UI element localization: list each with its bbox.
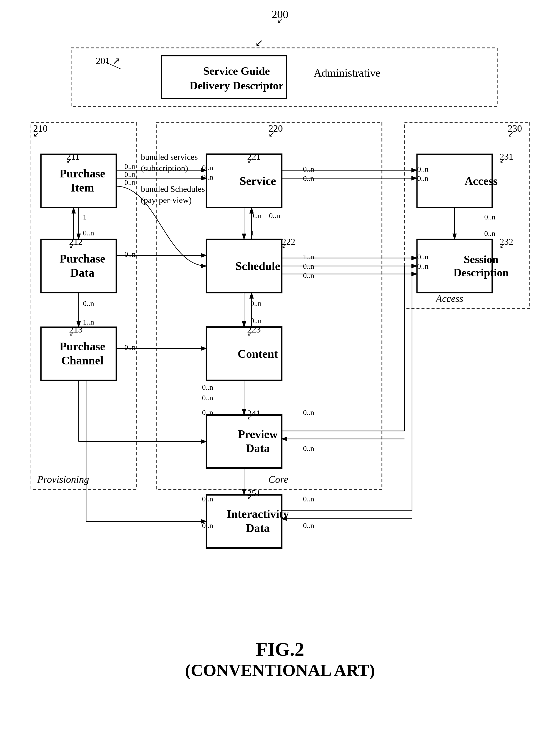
mult-cnt-sch-1: 0..n: [250, 317, 262, 325]
label-access-region: Access: [436, 293, 463, 304]
mult-pc-r: 0..n: [124, 343, 135, 352]
mult-pd-pc-2: 1..n: [83, 318, 94, 326]
access-label: Access: [441, 154, 521, 208]
mult-prev-1: 0..n: [303, 408, 314, 417]
tick-220: ↙: [269, 130, 275, 139]
mult-svc-acc-2: 0..n: [303, 174, 314, 183]
mult-sch-cnt-1: 0..n: [250, 299, 262, 308]
service-label: Service: [218, 154, 298, 208]
mult-pi-3: 0..n: [124, 178, 135, 187]
figure-caption-sub: (CONVENTIONAL ART): [16, 661, 544, 680]
mult-inter-r2: 0..n: [303, 521, 314, 530]
tick-210: ↙: [33, 130, 39, 139]
mult-inter-r1: 0..n: [303, 495, 314, 503]
mult-svc-sch-1: 0..n: [250, 212, 262, 220]
content-label: Content: [218, 327, 298, 380]
mult-svc-l-1: 0..n: [202, 163, 213, 172]
mult-sch-acc-r2: 0..n: [417, 262, 429, 270]
admin-box-label: Service GuideDelivery Descriptor: [170, 57, 303, 100]
num-201: 201 ↗: [96, 55, 120, 67]
preview-data-label: PreviewData: [218, 415, 298, 468]
label-core: Core: [269, 474, 288, 485]
mult-prev-r1: 0..n: [202, 408, 213, 417]
figure-caption-num: FIG.2: [16, 638, 544, 661]
mult-sch-svc-1: 0..n: [269, 212, 280, 220]
administrative-text: Administrative: [314, 67, 381, 79]
mult-sch-acc-1: 1..n: [303, 253, 314, 261]
mult-pi-pd-2: 0..n: [83, 229, 94, 237]
mult-svc-acc-3: 0..n: [417, 165, 429, 174]
mult-acc-ses-2: 0..n: [484, 229, 495, 238]
mult-inter-2: 0..n: [202, 521, 213, 530]
mult-acc-ses-1: 0..n: [484, 213, 495, 221]
mult-pd-r: 0..n: [124, 250, 135, 259]
mult-cnt-bot-1: 0..n: [202, 383, 213, 392]
ref-200: ↙: [255, 37, 263, 48]
purchase-channel-label: PurchaseChannel: [43, 327, 122, 380]
mult-pd-pc-1: 0..n: [83, 299, 94, 308]
mult-svc-acc-1: 0..n: [303, 165, 314, 174]
mult-pi-1: 0..n: [124, 162, 135, 171]
mult-prev-2: 0..n: [303, 444, 314, 453]
mult-svc-acc-4: 0..n: [417, 174, 429, 183]
diagram-number-200-tick: ↙: [277, 16, 283, 25]
mult-svc-l-2: 0..n: [202, 173, 213, 181]
mult-inter-1: 0..n: [202, 495, 213, 503]
mult-pi-2: 0..n: [124, 170, 135, 179]
mult-sch-acc-3: 0..n: [303, 271, 314, 280]
session-desc-label: SessionDescription: [441, 239, 521, 293]
bundled-services-label: bundled services(subscription): [141, 152, 198, 174]
schedule-label: Schedule: [218, 239, 298, 293]
mult-sch-acc-2: 0..n: [303, 262, 314, 270]
purchase-item-label: PurchaseItem: [43, 154, 122, 208]
mult-cnt-bot-2: 0..n: [202, 394, 213, 402]
mult-pi-pd-1: 1: [83, 213, 87, 221]
purchase-data-label: PurchaseData: [43, 239, 122, 293]
bundled-schedules-label: bundled Schedules(pay-per-view): [141, 184, 205, 206]
mult-sch-acc-r1: 0..n: [417, 253, 429, 261]
tick-230: ↙: [508, 130, 514, 139]
mult-svc-sch-2: 1: [250, 229, 254, 237]
label-provisioning: Provisioning: [37, 474, 89, 485]
interactivity-data-label: InteractivityData: [218, 495, 298, 548]
